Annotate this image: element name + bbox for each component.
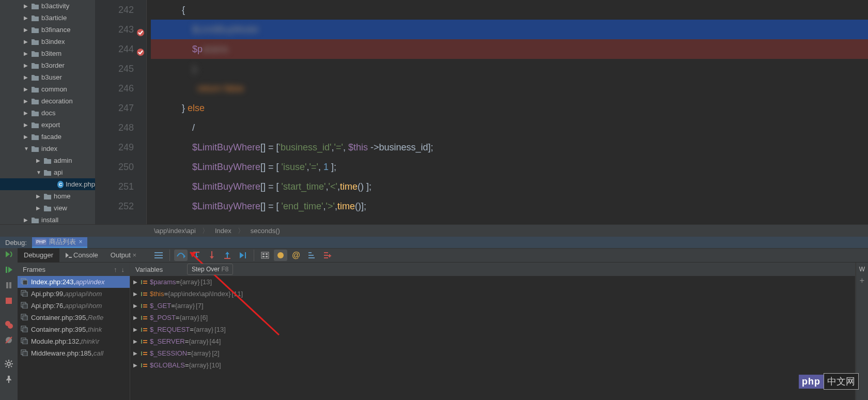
code-line[interactable]: $LimitBuyModel: [151, 20, 868, 39]
tree-folder[interactable]: ▶decoration: [0, 95, 95, 107]
step-into-icon[interactable]: [190, 250, 203, 261]
tree-folder[interactable]: ▶b3user: [0, 71, 95, 83]
breakpoint-icon[interactable]: [136, 24, 145, 34]
tree-folder[interactable]: ▶home: [0, 190, 95, 202]
editor-gutter[interactable]: 242243244245246247248249250251252: [95, 0, 147, 224]
variable-row[interactable]: ▶$_SESSION = {array} [2]: [130, 347, 855, 359]
variables-panel[interactable]: Variables ▶$params = {array} [13]▶$this …: [130, 263, 856, 400]
project-tree[interactable]: ▶b3activity▶b3article▶b3finance▶b3index▶…: [0, 0, 95, 224]
chevron-icon[interactable]: ▶: [24, 98, 31, 104]
code-line[interactable]: );: [151, 59, 868, 79]
line-number[interactable]: 245: [95, 59, 134, 79]
chevron-icon[interactable]: ▶: [24, 15, 31, 21]
chevron-icon[interactable]: ▶: [24, 74, 31, 80]
tree-folder[interactable]: ▶b3activity: [0, 0, 95, 12]
variable-row[interactable]: ▶$GLOBALS = {array} [10]: [130, 359, 855, 371]
frame-item[interactable]: Container.php:395, think: [18, 324, 130, 335]
code-line[interactable]: $LimitBuyWhere[] = ['business_id','=', $…: [151, 137, 868, 157]
chevron-right-icon[interactable]: ▶: [133, 327, 141, 332]
tab-debugger[interactable]: Debugger: [18, 248, 59, 263]
frame-down-icon[interactable]: ↓: [121, 266, 125, 273]
debug-session-tab[interactable]: PHP 商品列表 ×: [32, 237, 88, 248]
step-over-icon[interactable]: [174, 250, 188, 261]
line-number[interactable]: 243: [95, 20, 134, 39]
add-watch-icon[interactable]: [320, 250, 334, 261]
code-line[interactable]: {: [151, 0, 868, 20]
line-number[interactable]: 252: [95, 196, 134, 216]
code-line[interactable]: $LimitBuyWhere[] = [ 'isuse','=', 1 ];: [151, 157, 868, 177]
breadcrumb[interactable]: \app\index\api〉 Index〉 seconds(): [0, 224, 868, 237]
code-line[interactable]: $LimitBuyWhere[] = [ 'start_time','<',ti…: [151, 177, 868, 196]
code-line[interactable]: /: [151, 118, 868, 137]
tree-folder[interactable]: ▶view: [0, 202, 95, 214]
tree-folder[interactable]: ▶b3order: [0, 59, 95, 71]
breakpoint-icon[interactable]: [136, 44, 145, 53]
pin-icon[interactable]: [4, 374, 14, 384]
chevron-icon[interactable]: ▶: [24, 27, 31, 33]
chevron-icon[interactable]: ▶: [24, 3, 31, 9]
tree-folder[interactable]: ▶b3finance: [0, 24, 95, 36]
tree-folder[interactable]: ▶export: [0, 119, 95, 131]
code-editor[interactable]: 242243244245246247248249250251252 { $Lim…: [95, 0, 868, 224]
chevron-right-icon[interactable]: ▶: [133, 303, 141, 309]
chevron-icon[interactable]: ▶: [24, 122, 31, 128]
chevron-right-icon[interactable]: ▶: [133, 291, 141, 297]
tree-folder[interactable]: ▶b3item: [0, 48, 95, 59]
line-number[interactable]: 246: [95, 79, 134, 98]
close-icon[interactable]: ×: [79, 238, 82, 245]
code-line[interactable]: $params: [151, 39, 868, 59]
chevron-icon[interactable]: ▶: [24, 63, 31, 68]
variable-row[interactable]: ▶$_GET = {array} [7]: [130, 300, 855, 312]
line-number[interactable]: 242: [95, 0, 134, 20]
variable-row[interactable]: ▶$_REQUEST = {array} [13]: [130, 324, 855, 335]
chevron-icon[interactable]: ▶: [24, 86, 31, 92]
chevron-icon[interactable]: ▶: [24, 217, 31, 223]
line-number[interactable]: 247: [95, 98, 134, 118]
at-icon[interactable]: @: [289, 250, 303, 261]
chevron-icon[interactable]: ▼: [24, 146, 31, 151]
evaluate-expression-icon[interactable]: [258, 250, 272, 261]
show-execution-point-icon[interactable]: [152, 250, 165, 261]
chevron-icon[interactable]: ▶: [36, 205, 43, 211]
sort-icon[interactable]: [305, 250, 318, 261]
frame-item[interactable]: Api.php:76, app\api\hom: [18, 300, 130, 312]
line-number[interactable]: 249: [95, 137, 134, 157]
tree-folder[interactable]: ▶b3index: [0, 36, 95, 48]
frames-panel[interactable]: Frames ↑ ↓ Index.php:243, app\indexApi.p…: [18, 263, 130, 400]
chevron-right-icon[interactable]: ▶: [133, 315, 141, 320]
chevron-icon[interactable]: ▶: [36, 158, 43, 163]
line-number[interactable]: 251: [95, 177, 134, 196]
variable-row[interactable]: ▶$params = {array} [13]: [130, 276, 855, 288]
mute-breakpoints-icon[interactable]: [4, 335, 14, 345]
tree-folder[interactable]: ▶install: [0, 214, 95, 224]
breadcrumb-part[interactable]: seconds(): [251, 227, 280, 235]
run-to-cursor-icon[interactable]: [236, 250, 250, 261]
frame-item[interactable]: Container.php:395, Refle: [18, 312, 130, 324]
debug-window-header[interactable]: Debug: PHP 商品列表 ×: [0, 237, 868, 248]
watches-label[interactable]: W: [859, 266, 865, 273]
tree-folder[interactable]: ▶common: [0, 83, 95, 95]
frame-item[interactable]: Module.php:132, think\r: [18, 335, 130, 347]
breadcrumb-part[interactable]: \app\index\api: [154, 227, 196, 235]
code-line[interactable]: } else: [151, 98, 868, 118]
chevron-icon[interactable]: ▶: [24, 110, 31, 116]
frame-up-icon[interactable]: ↑: [114, 266, 117, 273]
breadcrumb-part[interactable]: Index: [215, 227, 231, 235]
tab-output[interactable]: Output ×: [104, 248, 143, 263]
chevron-right-icon[interactable]: ▶: [133, 339, 141, 344]
tree-folder[interactable]: ▶admin: [0, 155, 95, 166]
chevron-icon[interactable]: ▶: [24, 39, 31, 44]
line-number[interactable]: 250: [95, 157, 134, 177]
force-step-into-icon[interactable]: [205, 250, 219, 261]
tree-folder[interactable]: ▼api: [0, 166, 95, 178]
variables-list[interactable]: ▶$params = {array} [13]▶$this = {app\ind…: [130, 276, 855, 371]
stop-icon[interactable]: [4, 296, 14, 306]
frame-item[interactable]: Api.php:99, app\api\hom: [18, 288, 130, 300]
trace-icon[interactable]: [274, 250, 287, 261]
variable-row[interactable]: ▶$this = {app\index\api\Index} [11]: [130, 288, 855, 300]
tree-file[interactable]: CIndex.php: [0, 178, 95, 190]
tree-folder[interactable]: ▶b3article: [0, 12, 95, 24]
tree-folder[interactable]: ▶docs: [0, 107, 95, 119]
chevron-icon[interactable]: ▶: [36, 193, 43, 199]
view-breakpoints-icon[interactable]: [4, 319, 14, 330]
